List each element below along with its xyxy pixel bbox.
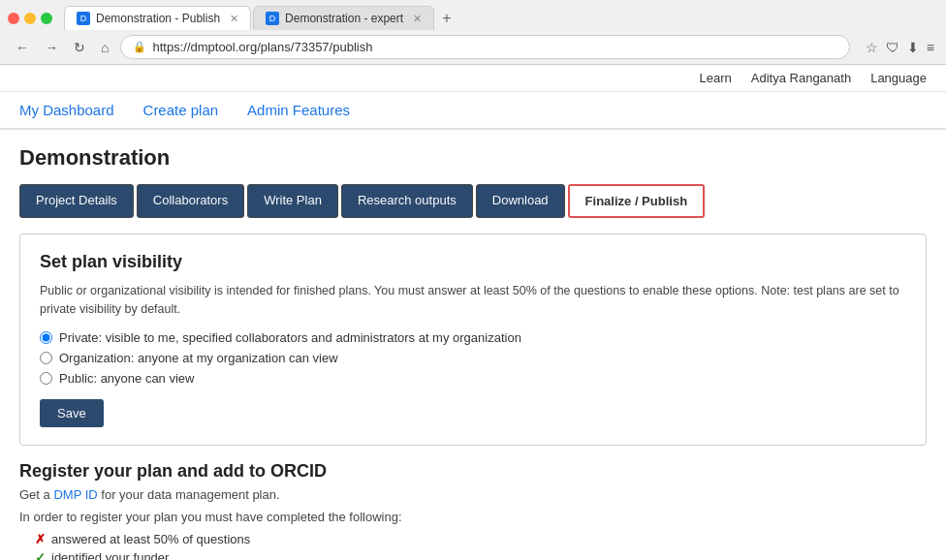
req-text-2: identified your funder	[51, 550, 169, 561]
radio-private-label: Private: visible to me, specified collab…	[59, 330, 521, 345]
address-bar[interactable]: 🔒 https://dmptool.org/plans/73357/publis…	[120, 35, 849, 59]
plan-tabs: Project Details Collaborators Write Plan…	[19, 184, 927, 218]
top-bar: Learn Aditya Ranganath Language	[0, 65, 946, 92]
visibility-section: Set plan visibility Public or organizati…	[19, 233, 927, 446]
tab-1[interactable]: D Demonstration - Publish ✕	[64, 6, 251, 30]
req-icon-fail-1: ✗	[35, 532, 46, 546]
tab-close-1[interactable]: ✕	[230, 13, 238, 25]
req-text-1: answered at least 50% of questions	[51, 532, 250, 546]
tab-label-2: Demonstration - expert	[285, 12, 403, 25]
shield-icon[interactable]: 🛡	[886, 40, 899, 55]
language-link[interactable]: Language	[870, 71, 927, 85]
lock-icon: 🔒	[133, 41, 146, 53]
radio-public[interactable]	[40, 372, 52, 385]
tab-research-outputs[interactable]: Research outputs	[341, 184, 473, 218]
new-tab-button[interactable]: +	[436, 10, 457, 27]
reload-button[interactable]: ↻	[70, 38, 89, 57]
visibility-option-organization[interactable]: Organization: anyone at my organization …	[40, 351, 906, 365]
home-button[interactable]: ⌂	[97, 38, 112, 57]
orcid-requirements-intro: In order to register your plan you must …	[19, 510, 927, 524]
orcid-subtitle: Get a DMP ID for your data management pl…	[19, 487, 927, 502]
visibility-title: Set plan visibility	[40, 252, 906, 272]
tab-2[interactable]: D Demonstration - expert ✕	[253, 6, 434, 30]
orcid-title: Register your plan and add to ORCID	[19, 461, 927, 482]
visibility-options: Private: visible to me, specified collab…	[40, 330, 906, 386]
tab-project-details[interactable]: Project Details	[19, 184, 134, 218]
visibility-description: Public or organizational visibility is i…	[40, 282, 906, 319]
orcid-section: Register your plan and add to ORCID Get …	[19, 446, 927, 561]
nav-create-plan[interactable]: Create plan	[143, 102, 219, 118]
tab-label-1: Demonstration - Publish	[96, 12, 220, 25]
radio-organization-label: Organization: anyone at my organization …	[59, 351, 338, 365]
forward-button[interactable]: →	[41, 38, 62, 57]
visibility-option-private[interactable]: Private: visible to me, specified collab…	[40, 330, 906, 345]
traffic-light-yellow[interactable]	[24, 13, 36, 24]
tab-download[interactable]: Download	[476, 184, 565, 218]
tab-write-plan[interactable]: Write Plan	[247, 184, 338, 218]
req-item-2: ✓ identified your funder	[35, 550, 927, 561]
visibility-option-public[interactable]: Public: anyone can view	[40, 371, 906, 386]
radio-organization[interactable]	[40, 352, 52, 364]
requirements-list: ✗ answered at least 50% of questions ✓ i…	[19, 532, 927, 561]
radio-public-label: Public: anyone can view	[59, 371, 194, 386]
tab-finalize-publish[interactable]: Finalize / Publish	[568, 184, 705, 218]
radio-private[interactable]	[40, 331, 52, 344]
tab-favicon-2: D	[266, 12, 279, 25]
page-title: Demonstration	[19, 145, 927, 171]
tab-close-2[interactable]: ✕	[413, 13, 422, 25]
download-icon[interactable]: ⬇	[907, 40, 919, 55]
tab-collaborators[interactable]: Collaborators	[137, 184, 244, 218]
tab-favicon-1: D	[77, 12, 90, 25]
learn-link[interactable]: Learn	[700, 71, 732, 85]
req-item-1: ✗ answered at least 50% of questions	[35, 532, 927, 546]
bookmark-icon[interactable]: ☆	[866, 40, 878, 55]
nav-admin-features[interactable]: Admin Features	[247, 102, 350, 118]
back-button[interactable]: ←	[12, 38, 33, 57]
traffic-light-green[interactable]	[41, 13, 52, 24]
traffic-light-red[interactable]	[8, 13, 19, 24]
url-text: https://dmptool.org/plans/73357/publish	[152, 40, 372, 54]
nav-dashboard[interactable]: My Dashboard	[19, 102, 114, 118]
req-icon-pass-2: ✓	[35, 550, 46, 561]
page-content: Demonstration Project Details Collaborat…	[0, 130, 946, 560]
main-nav: My Dashboard Create plan Admin Features	[0, 92, 946, 130]
user-link[interactable]: Aditya Ranganath	[751, 71, 851, 85]
menu-icon[interactable]: ≡	[927, 40, 934, 55]
dmp-id-link[interactable]: DMP ID	[53, 487, 97, 502]
save-button[interactable]: Save	[40, 399, 104, 427]
